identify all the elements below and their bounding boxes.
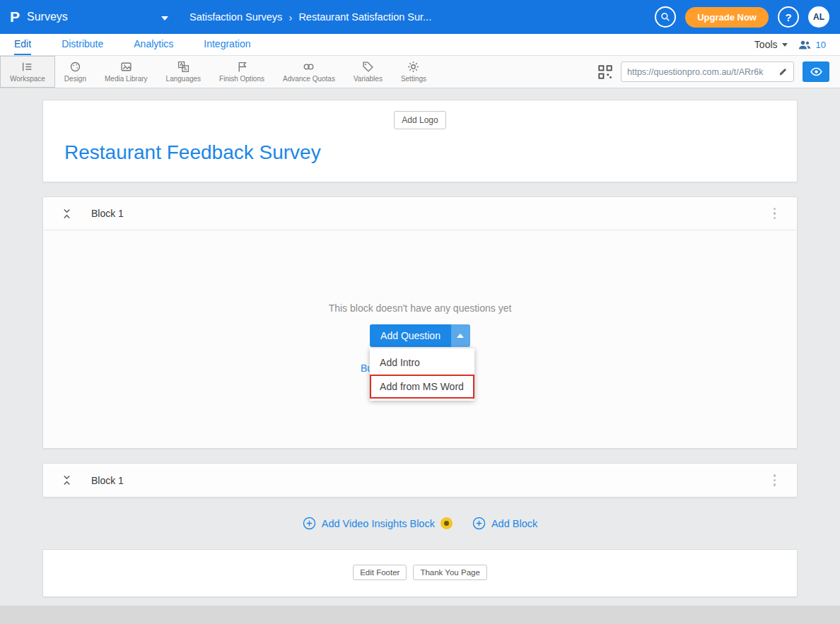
- toolbar-item-label: Settings: [401, 75, 426, 83]
- breadcrumb-current: Restaurant Satisfaction Sur...: [298, 11, 431, 23]
- menu-item-add-from-ms-word[interactable]: Add from MS Word: [370, 375, 474, 399]
- toolbar-item-label: Languages: [166, 75, 202, 83]
- tab-distribute[interactable]: Distribute: [62, 34, 103, 55]
- survey-url-input[interactable]: [627, 67, 774, 77]
- toolbar-item-design[interactable]: Design: [55, 56, 95, 88]
- toolbar-item-finish-options[interactable]: Finish Options: [210, 56, 274, 88]
- toolbar-item-advance-quotas[interactable]: Advance Quotas: [274, 56, 344, 88]
- toolbar-item-languages[interactable]: A Languages: [157, 56, 211, 88]
- survey-footer-card: Edit Footer Thank You Page: [42, 549, 798, 597]
- add-block-row: Add Video Insights Block Add Block: [42, 517, 798, 530]
- question-mark-icon: ?: [785, 11, 791, 23]
- upgrade-now-button[interactable]: Upgrade Now: [685, 7, 769, 28]
- add-video-insights-block-link[interactable]: Add Video Insights Block: [303, 517, 453, 530]
- block-header: Block 1: [43, 464, 797, 497]
- add-question-button[interactable]: Add Question: [370, 324, 451, 347]
- toolbar-item-workspace[interactable]: Workspace: [0, 56, 55, 88]
- plus-circle-icon: [303, 517, 316, 530]
- toolbar-item-label: Advance Quotas: [283, 75, 335, 83]
- toolbar-item-label: Design: [64, 75, 86, 83]
- block-body: This block doesn't have any questions ye…: [43, 230, 797, 448]
- breadcrumb-parent[interactable]: Satisfaction Surveys: [189, 11, 282, 23]
- survey-header-card: Add Logo Restaurant Feedback Survey: [42, 100, 798, 182]
- toolbar-item-variables[interactable]: Variables: [344, 56, 392, 88]
- add-question-dropdown-toggle[interactable]: [451, 324, 470, 347]
- avatar[interactable]: AL: [808, 6, 829, 28]
- block-options-button[interactable]: [771, 471, 779, 489]
- plus-circle-icon: [472, 517, 486, 530]
- add-block-link[interactable]: Add Block: [472, 517, 537, 530]
- toolbar-item-media-library[interactable]: Media Library: [95, 56, 157, 88]
- tab-analytics[interactable]: Analytics: [134, 34, 173, 55]
- premium-badge-icon: [441, 517, 453, 529]
- qr-code-icon[interactable]: [598, 65, 612, 79]
- top-app-bar: P Surveys Satisfaction Surveys › Restaur…: [0, 0, 840, 34]
- advance-quotas-icon: [303, 61, 315, 73]
- toolbar-item-label: Workspace: [10, 75, 45, 83]
- add-block-label: Add Block: [491, 518, 537, 529]
- block-options-button[interactable]: [771, 205, 779, 223]
- questionpro-logo: P: [10, 8, 20, 25]
- chevron-up-icon: [457, 334, 464, 338]
- tab-edit[interactable]: Edit: [14, 34, 31, 55]
- survey-editor-canvas: Add Logo Restaurant Feedback Survey Bloc…: [0, 88, 840, 597]
- block-name[interactable]: Block 1: [91, 208, 124, 219]
- collaborator-count: 10: [816, 40, 826, 50]
- design-icon: [69, 61, 81, 73]
- pencil-icon[interactable]: [778, 67, 788, 76]
- finish-options-icon: [236, 61, 248, 73]
- eye-icon: [810, 67, 822, 76]
- survey-title[interactable]: Restaurant Feedback Survey: [64, 141, 797, 164]
- breadcrumb: Satisfaction Surveys › Restaurant Satisf…: [189, 11, 431, 23]
- collapse-icon: [62, 475, 72, 485]
- media-library-icon: [120, 61, 132, 73]
- variables-icon: [362, 61, 374, 73]
- editor-toolbar: Workspace Design Media Library A Languag…: [0, 56, 840, 88]
- survey-url-field: [621, 61, 794, 82]
- help-button[interactable]: ?: [778, 6, 799, 28]
- add-question-split-button: Add Question Add Intro Add from MS Word: [370, 324, 470, 347]
- block-header: Block 1: [43, 197, 797, 230]
- menu-item-add-intro[interactable]: Add Intro: [370, 351, 474, 375]
- add-logo-button[interactable]: Add Logo: [394, 111, 445, 129]
- toolbar-item-label: Finish Options: [219, 75, 264, 83]
- toolbar-item-label: Variables: [354, 75, 383, 83]
- collapse-icon: [62, 208, 72, 219]
- collaborators[interactable]: 10: [798, 40, 826, 50]
- add-video-insights-label: Add Video Insights Block: [322, 518, 435, 529]
- tools-menu[interactable]: Tools: [754, 39, 788, 50]
- settings-icon: [407, 61, 419, 73]
- page-bottom-strip: [0, 606, 840, 624]
- block-card: Block 1 This block doesn't have any ques…: [42, 196, 798, 449]
- collapse-block-button[interactable]: [62, 475, 72, 485]
- main-nav: Edit Distribute Analytics Integration To…: [0, 34, 840, 56]
- breadcrumb-separator-icon: ›: [288, 11, 292, 23]
- tools-label: Tools: [754, 39, 778, 50]
- empty-block-message: This block doesn't have any questions ye…: [329, 302, 512, 314]
- chevron-down-icon: [161, 11, 168, 23]
- thank-you-page-button[interactable]: Thank You Page: [413, 565, 486, 580]
- product-switcher[interactable]: P Surveys: [0, 0, 181, 34]
- search-icon: [660, 12, 670, 22]
- edit-footer-button[interactable]: Edit Footer: [353, 565, 407, 580]
- workspace-icon: [21, 61, 33, 73]
- toolbar-item-settings[interactable]: Settings: [392, 56, 436, 88]
- toolbar-item-label: Media Library: [105, 75, 148, 83]
- search-button[interactable]: [655, 6, 676, 28]
- block-name[interactable]: Block 1: [91, 475, 124, 486]
- preview-button[interactable]: [803, 61, 829, 82]
- collapse-block-button[interactable]: [62, 208, 72, 219]
- languages-icon: A: [177, 61, 189, 73]
- add-question-menu: Add Intro Add from MS Word: [370, 348, 474, 401]
- svg-text:A: A: [184, 66, 187, 71]
- chevron-down-icon: [782, 43, 788, 47]
- block-card-collapsed: Block 1: [42, 463, 798, 498]
- people-icon: [798, 40, 811, 50]
- tab-integration[interactable]: Integration: [204, 34, 250, 55]
- product-name: Surveys: [27, 11, 68, 23]
